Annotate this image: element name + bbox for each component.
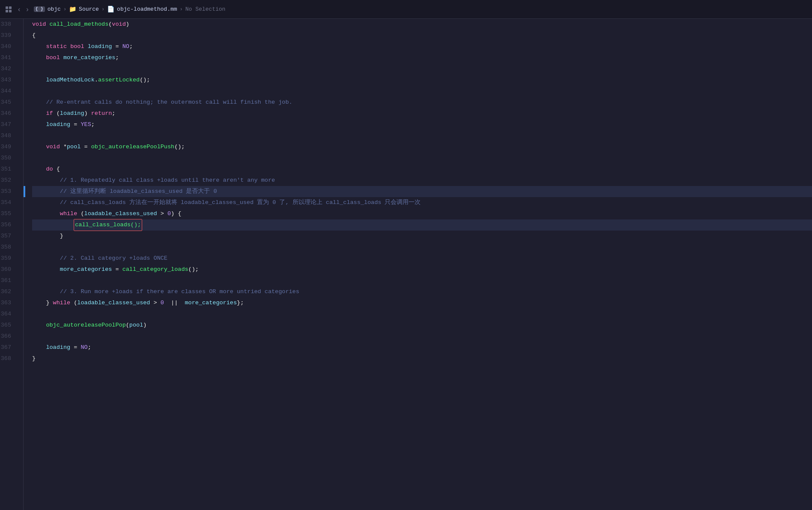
table-row: loading = YES; — [32, 119, 812, 130]
code-token — [32, 41, 46, 52]
table-row: do { — [32, 164, 812, 175]
line-number: 352 — [0, 175, 17, 186]
line-number: 340 — [0, 41, 17, 52]
code-token — [32, 141, 46, 153]
code-token: loading — [60, 108, 84, 119]
code-token: { — [32, 30, 36, 41]
table-row — [32, 153, 812, 164]
line-number: 359 — [0, 253, 17, 264]
line-number: 355 — [0, 208, 17, 219]
table-row: more_categories = call_category_loads(); — [32, 264, 812, 275]
table-row: objc_autoreleasePoolPop(pool) — [32, 320, 812, 331]
line-number: 361 — [0, 275, 17, 286]
code-token: // 这里循环判断 loadable_classes_used 是否大于 0 — [32, 186, 217, 197]
table-row: if (loading) return; — [32, 108, 812, 119]
forward-button[interactable]: › — [24, 5, 31, 14]
breadcrumb-source[interactable]: 📁 Source — [69, 6, 99, 13]
code-token: ) — [143, 320, 146, 331]
code-token: ( — [53, 108, 60, 119]
code-token: ) — [84, 108, 91, 119]
table-row: // 3. Run more +loads if there are class… — [32, 286, 812, 297]
breadcrumb-sep-2: › — [102, 6, 104, 12]
code-token: || — [164, 297, 185, 309]
line-number: 343 — [0, 75, 17, 86]
code-token: more_categories — [60, 264, 112, 275]
code-token — [84, 41, 88, 52]
code-token: loading — [46, 119, 70, 130]
code-token: ( — [70, 297, 77, 309]
line-number: 342 — [0, 63, 17, 75]
code-token — [60, 52, 63, 63]
line-number: 363 — [0, 297, 17, 309]
code-token: 0 — [167, 208, 171, 219]
table-row — [32, 130, 812, 141]
code-token: // call_class_loads 方法在一开始就将 loadable_cl… — [32, 197, 421, 208]
code-content[interactable]: void call_load_methods(void){ static boo… — [24, 19, 812, 510]
code-token: ( — [77, 208, 84, 219]
table-row: call_class_loads(); — [32, 219, 812, 231]
table-row: loading = NO; — [32, 342, 812, 353]
line-number: 341 — [0, 52, 17, 63]
table-row: } — [32, 231, 812, 242]
navigation-buttons: ‹ › — [15, 5, 31, 14]
table-row — [32, 331, 812, 342]
code-token: pool — [129, 320, 143, 331]
grid-icon[interactable] — [4, 5, 13, 14]
code-token: ; — [129, 41, 133, 52]
table-row — [32, 275, 812, 286]
code-token — [32, 342, 46, 353]
table-row — [32, 242, 812, 253]
code-token — [32, 208, 60, 219]
line-number: 351 — [0, 164, 17, 175]
code-token: . — [95, 75, 98, 86]
breadcrumb-sep-3: › — [180, 6, 183, 12]
code-token: void — [112, 19, 125, 30]
code-token: ; — [115, 52, 119, 63]
table-row: void call_load_methods(void) — [32, 19, 812, 30]
code-token: call_load_methods — [50, 19, 109, 30]
code-token: bool — [70, 41, 84, 52]
table-row: } while (loadable_classes_used > 0 || mo… — [32, 297, 812, 309]
code-token: // 2. Call category +loads ONCE — [32, 253, 167, 264]
line-number: 362 — [0, 286, 17, 297]
code-token: more_categories — [63, 52, 116, 63]
breadcrumb: { } objc › 📁 Source › 📄 objc-loadmethod.… — [34, 6, 226, 13]
line-number: 354 — [0, 197, 17, 208]
code-token: ( — [126, 320, 129, 331]
code-token: assertLocked — [98, 75, 140, 86]
code-token — [32, 108, 46, 119]
code-token: call_category_loads — [122, 264, 188, 275]
code-token: > — [150, 297, 160, 309]
code-token: (); — [174, 141, 185, 153]
line-number: 347 — [0, 119, 17, 130]
line-number: 346 — [0, 108, 17, 119]
no-selection-label: No Selection — [185, 6, 226, 12]
code-token: = — [112, 264, 122, 275]
table-row: // Re-entrant calls do nothing; the oute… — [32, 97, 812, 108]
table-row: // call_class_loads 方法在一开始就将 loadable_cl… — [32, 197, 812, 208]
code-token: void — [32, 19, 46, 30]
table-row — [32, 309, 812, 320]
code-token: ) { — [171, 208, 181, 219]
code-token: if — [46, 108, 53, 119]
line-number: 348 — [0, 130, 17, 141]
back-button[interactable]: ‹ — [15, 5, 23, 14]
table-row: static bool loading = NO; — [32, 41, 812, 52]
code-token: (); — [188, 264, 199, 275]
breadcrumb-sep-1: › — [63, 6, 66, 12]
code-token: ; — [112, 108, 115, 119]
line-number: 356 — [0, 219, 17, 231]
code-token — [32, 219, 74, 231]
code-token: loadable_classes_used — [84, 208, 157, 219]
code-token: } — [32, 297, 53, 309]
table-row: bool more_categories; — [32, 52, 812, 63]
code-token: = — [112, 41, 122, 52]
code-token: static — [46, 41, 67, 52]
code-token: void — [46, 141, 60, 153]
line-number: 350 — [0, 153, 17, 164]
code-token: objc_autoreleasePoolPush — [91, 141, 174, 153]
line-number: 365 — [0, 320, 17, 331]
breadcrumb-objc[interactable]: { } objc — [34, 6, 61, 12]
breadcrumb-file[interactable]: 📄 objc-loadmethod.mm — [107, 6, 177, 13]
code-token: return — [91, 108, 112, 119]
